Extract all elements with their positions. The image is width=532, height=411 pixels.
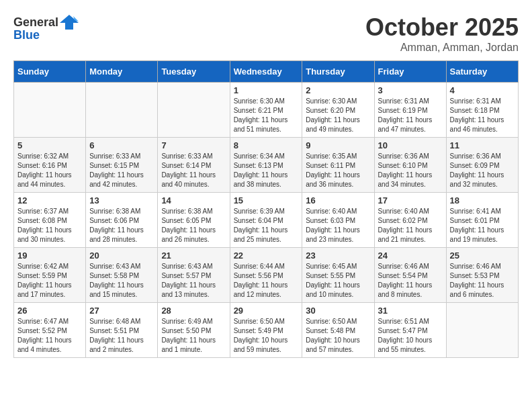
calendar-cell: 18Sunrise: 6:41 AM Sunset: 6:01 PM Dayli… xyxy=(446,193,518,248)
location-subtitle: Amman, Amman, Jordan xyxy=(365,42,519,54)
calendar-cell: 31Sunrise: 6:51 AM Sunset: 5:47 PM Dayli… xyxy=(374,303,446,358)
calendar-cell: 26Sunrise: 6:47 AM Sunset: 5:52 PM Dayli… xyxy=(14,303,86,358)
day-info: Sunrise: 6:33 AM Sunset: 6:14 PM Dayligh… xyxy=(161,152,216,188)
calendar-cell: 4Sunrise: 6:31 AM Sunset: 6:18 PM Daylig… xyxy=(446,83,518,138)
day-number: 15 xyxy=(234,195,299,205)
day-number: 8 xyxy=(234,140,299,150)
day-info: Sunrise: 6:50 AM Sunset: 5:49 PM Dayligh… xyxy=(234,318,288,353)
day-number: 29 xyxy=(234,306,299,316)
weekday-header-row: SundayMondayTuesdayWednesdayThursdayFrid… xyxy=(14,61,519,83)
calendar-cell: 22Sunrise: 6:44 AM Sunset: 5:56 PM Dayli… xyxy=(230,248,302,303)
calendar-cell xyxy=(446,303,518,358)
calendar-cell: 8Sunrise: 6:34 AM Sunset: 6:13 PM Daylig… xyxy=(230,138,302,193)
day-info: Sunrise: 6:42 AM Sunset: 5:59 PM Dayligh… xyxy=(17,263,72,298)
day-number: 9 xyxy=(306,140,370,150)
day-info: Sunrise: 6:35 AM Sunset: 6:11 PM Dayligh… xyxy=(306,152,360,188)
day-number: 12 xyxy=(17,195,82,205)
day-info: Sunrise: 6:47 AM Sunset: 5:52 PM Dayligh… xyxy=(17,318,72,353)
page-header: General Blue October 2025 Amman, Amman, … xyxy=(13,13,519,54)
day-number: 1 xyxy=(234,85,299,95)
calendar-cell: 7Sunrise: 6:33 AM Sunset: 6:14 PM Daylig… xyxy=(158,138,230,193)
calendar-cell: 6Sunrise: 6:33 AM Sunset: 6:15 PM Daylig… xyxy=(86,138,158,193)
week-row-2: 5Sunrise: 6:32 AM Sunset: 6:16 PM Daylig… xyxy=(14,138,519,193)
day-number: 26 xyxy=(17,306,82,316)
calendar-cell: 25Sunrise: 6:46 AM Sunset: 5:53 PM Dayli… xyxy=(446,248,518,303)
calendar-cell: 28Sunrise: 6:49 AM Sunset: 5:50 PM Dayli… xyxy=(158,303,230,358)
day-number: 28 xyxy=(161,306,226,316)
day-info: Sunrise: 6:36 AM Sunset: 6:09 PM Dayligh… xyxy=(450,152,504,188)
calendar-cell: 16Sunrise: 6:40 AM Sunset: 6:03 PM Dayli… xyxy=(302,193,374,248)
logo-bird-icon xyxy=(60,13,79,31)
weekday-header-monday: Monday xyxy=(86,61,158,83)
day-info: Sunrise: 6:43 AM Sunset: 5:58 PM Dayligh… xyxy=(89,263,144,298)
calendar-cell: 12Sunrise: 6:37 AM Sunset: 6:08 PM Dayli… xyxy=(14,193,86,248)
calendar-cell xyxy=(158,83,230,138)
day-number: 7 xyxy=(161,140,226,150)
day-info: Sunrise: 6:51 AM Sunset: 5:47 PM Dayligh… xyxy=(378,318,433,353)
day-number: 27 xyxy=(89,306,154,316)
day-info: Sunrise: 6:32 AM Sunset: 6:16 PM Dayligh… xyxy=(17,152,72,188)
calendar-cell: 14Sunrise: 6:38 AM Sunset: 6:05 PM Dayli… xyxy=(158,193,230,248)
month-title: October 2025 xyxy=(365,13,519,42)
day-number: 4 xyxy=(450,85,515,95)
weekday-header-thursday: Thursday xyxy=(302,61,374,83)
day-info: Sunrise: 6:31 AM Sunset: 6:19 PM Dayligh… xyxy=(378,97,433,133)
logo: General Blue xyxy=(13,13,80,42)
day-number: 19 xyxy=(17,250,82,261)
day-number: 17 xyxy=(378,195,443,205)
weekday-header-sunday: Sunday xyxy=(14,61,86,83)
calendar-cell: 29Sunrise: 6:50 AM Sunset: 5:49 PM Dayli… xyxy=(230,303,302,358)
day-number: 21 xyxy=(161,250,226,261)
day-info: Sunrise: 6:38 AM Sunset: 6:06 PM Dayligh… xyxy=(89,208,144,243)
title-area: October 2025 Amman, Amman, Jordan xyxy=(365,13,519,54)
day-number: 11 xyxy=(450,140,515,150)
day-number: 23 xyxy=(306,250,370,261)
day-info: Sunrise: 6:30 AM Sunset: 6:20 PM Dayligh… xyxy=(306,97,360,133)
calendar-cell: 15Sunrise: 6:39 AM Sunset: 6:04 PM Dayli… xyxy=(230,193,302,248)
day-info: Sunrise: 6:40 AM Sunset: 6:02 PM Dayligh… xyxy=(378,208,433,243)
svg-marker-0 xyxy=(60,15,79,30)
week-row-3: 12Sunrise: 6:37 AM Sunset: 6:08 PM Dayli… xyxy=(14,193,519,248)
calendar-cell: 13Sunrise: 6:38 AM Sunset: 6:06 PM Dayli… xyxy=(86,193,158,248)
day-info: Sunrise: 6:44 AM Sunset: 5:56 PM Dayligh… xyxy=(234,263,288,298)
day-info: Sunrise: 6:41 AM Sunset: 6:01 PM Dayligh… xyxy=(450,208,504,243)
day-info: Sunrise: 6:36 AM Sunset: 6:10 PM Dayligh… xyxy=(378,152,433,188)
calendar-cell: 1Sunrise: 6:30 AM Sunset: 6:21 PM Daylig… xyxy=(230,83,302,138)
day-number: 22 xyxy=(234,250,299,261)
weekday-header-saturday: Saturday xyxy=(446,61,518,83)
day-info: Sunrise: 6:39 AM Sunset: 6:04 PM Dayligh… xyxy=(234,208,288,243)
day-number: 20 xyxy=(89,250,154,261)
week-row-4: 19Sunrise: 6:42 AM Sunset: 5:59 PM Dayli… xyxy=(14,248,519,303)
day-number: 2 xyxy=(306,85,370,95)
calendar-cell: 3Sunrise: 6:31 AM Sunset: 6:19 PM Daylig… xyxy=(374,83,446,138)
day-info: Sunrise: 6:40 AM Sunset: 6:03 PM Dayligh… xyxy=(306,208,360,243)
logo-general-text: General xyxy=(13,15,58,30)
calendar-cell: 17Sunrise: 6:40 AM Sunset: 6:02 PM Dayli… xyxy=(374,193,446,248)
weekday-header-friday: Friday xyxy=(374,61,446,83)
day-number: 10 xyxy=(378,140,443,150)
weekday-header-tuesday: Tuesday xyxy=(158,61,230,83)
day-info: Sunrise: 6:31 AM Sunset: 6:18 PM Dayligh… xyxy=(450,97,504,133)
calendar-cell: 30Sunrise: 6:50 AM Sunset: 5:48 PM Dayli… xyxy=(302,303,374,358)
calendar-cell: 5Sunrise: 6:32 AM Sunset: 6:16 PM Daylig… xyxy=(14,138,86,193)
day-info: Sunrise: 6:50 AM Sunset: 5:48 PM Dayligh… xyxy=(306,318,360,353)
weekday-header-wednesday: Wednesday xyxy=(230,61,302,83)
day-number: 6 xyxy=(89,140,154,150)
calendar-cell xyxy=(14,83,86,138)
week-row-5: 26Sunrise: 6:47 AM Sunset: 5:52 PM Dayli… xyxy=(14,303,519,358)
day-info: Sunrise: 6:48 AM Sunset: 5:51 PM Dayligh… xyxy=(89,318,144,353)
calendar-cell: 9Sunrise: 6:35 AM Sunset: 6:11 PM Daylig… xyxy=(302,138,374,193)
calendar-cell: 11Sunrise: 6:36 AM Sunset: 6:09 PM Dayli… xyxy=(446,138,518,193)
calendar-cell: 23Sunrise: 6:45 AM Sunset: 5:55 PM Dayli… xyxy=(302,248,374,303)
calendar-cell: 2Sunrise: 6:30 AM Sunset: 6:20 PM Daylig… xyxy=(302,83,374,138)
day-info: Sunrise: 6:38 AM Sunset: 6:05 PM Dayligh… xyxy=(161,208,216,243)
day-info: Sunrise: 6:46 AM Sunset: 5:54 PM Dayligh… xyxy=(378,263,433,298)
calendar-cell: 20Sunrise: 6:43 AM Sunset: 5:58 PM Dayli… xyxy=(86,248,158,303)
calendar-cell xyxy=(86,83,158,138)
week-row-1: 1Sunrise: 6:30 AM Sunset: 6:21 PM Daylig… xyxy=(14,83,519,138)
day-number: 14 xyxy=(161,195,226,205)
calendar-cell: 27Sunrise: 6:48 AM Sunset: 5:51 PM Dayli… xyxy=(86,303,158,358)
day-info: Sunrise: 6:37 AM Sunset: 6:08 PM Dayligh… xyxy=(17,208,72,243)
calendar-cell: 19Sunrise: 6:42 AM Sunset: 5:59 PM Dayli… xyxy=(14,248,86,303)
day-info: Sunrise: 6:45 AM Sunset: 5:55 PM Dayligh… xyxy=(306,263,360,298)
